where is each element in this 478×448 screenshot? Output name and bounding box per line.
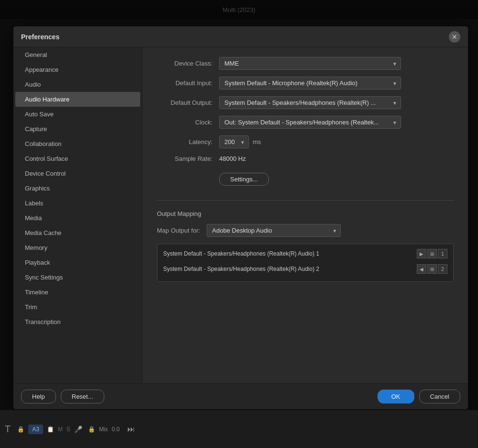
- s-label: S: [67, 426, 70, 433]
- sidebar-item-transcription[interactable]: Transcription: [15, 314, 140, 329]
- sidebar-item-control-surface[interactable]: Control Surface: [15, 151, 140, 166]
- clip-icon: 📋: [47, 426, 54, 433]
- settings-button[interactable]: Settings...: [219, 173, 269, 186]
- default-output-select-wrapper: System Default - Speakers/Headphones (Re…: [219, 96, 401, 109]
- sample-rate-row: Sample Rate: 48000 Hz: [157, 155, 454, 162]
- output-item-number: 2: [438, 264, 447, 274]
- clock-row: Clock: Out: System Default - Speakers/He…: [157, 116, 454, 129]
- sample-rate-label: Sample Rate:: [157, 155, 219, 162]
- lock-icon-1: 🔒: [17, 426, 24, 433]
- m-label: M: [58, 426, 63, 433]
- sidebar-item-capture[interactable]: Capture: [15, 122, 140, 136]
- output-mapping-section: Output Mapping Map Output for: Adobe Des…: [157, 210, 454, 282]
- help-button[interactable]: Help: [21, 390, 56, 403]
- skip-icon[interactable]: ⏭: [127, 425, 135, 434]
- default-input-label: Default Input:: [157, 79, 219, 87]
- output-item-label: System Default - Speakers/Headphones (Re…: [163, 250, 319, 257]
- map-output-row: Map Output for: Adobe Desktop Audio ▼: [157, 224, 454, 237]
- sidebar-item-general[interactable]: General: [15, 47, 140, 62]
- dialog-titlebar: Preferences ✕: [13, 26, 468, 47]
- default-input-select-wrapper: System Default - Microphone (Realtek(R) …: [219, 77, 401, 90]
- footer-right: OK Cancel: [378, 390, 460, 403]
- section-divider: [157, 200, 454, 201]
- sidebar-item-appearance[interactable]: Appearance: [15, 62, 140, 77]
- dialog-title: Preferences: [21, 33, 59, 41]
- sidebar-item-audio-hardware[interactable]: Audio Hardware: [15, 92, 140, 107]
- sidebar-item-memory[interactable]: Memory: [15, 240, 140, 255]
- output-mapping-title: Output Mapping: [157, 210, 454, 217]
- map-output-select-wrapper: Adobe Desktop Audio ▼: [207, 224, 341, 237]
- clock-label: Clock:: [157, 119, 219, 126]
- output-item-label: System Default - Speakers/Headphones (Re…: [163, 266, 319, 272]
- default-output-select[interactable]: System Default - Speakers/Headphones (Re…: [219, 96, 401, 109]
- dialog-footer: Help Reset... OK Cancel: [13, 383, 468, 409]
- sidebar-item-playback[interactable]: Playback: [15, 255, 140, 270]
- latency-select-wrapper: 20010050400800 ▼: [219, 135, 249, 148]
- output-item-number: 1: [438, 249, 447, 258]
- map-output-select[interactable]: Adobe Desktop Audio: [207, 224, 341, 237]
- output-speaker-button[interactable]: ⊞: [427, 264, 437, 274]
- output-item-controls: ▶⊞1: [417, 249, 447, 258]
- dialog-body: GeneralAppearanceAudioAudio HardwareAuto…: [13, 47, 468, 383]
- default-output-row: Default Output: System Default - Speaker…: [157, 96, 454, 109]
- cancel-button[interactable]: Cancel: [419, 390, 460, 403]
- clock-select-wrapper: Out: System Default - Speakers/Headphone…: [219, 116, 401, 129]
- reset-button[interactable]: Reset...: [61, 390, 104, 403]
- sidebar-item-auto-save[interactable]: Auto Save: [15, 107, 140, 122]
- output-list-item: System Default - Speakers/Headphones (Re…: [157, 246, 453, 261]
- sidebar: GeneralAppearanceAudioAudio HardwareAuto…: [13, 47, 143, 383]
- device-class-row: Device Class: MMEWASAPIASIO ▼: [157, 57, 454, 70]
- lock-icon-2: 🔒: [88, 426, 95, 433]
- default-input-row: Default Input: System Default - Micropho…: [157, 77, 454, 90]
- output-list: System Default - Speakers/Headphones (Re…: [157, 244, 454, 282]
- output-play-button[interactable]: ▶: [417, 249, 426, 258]
- output-play-button[interactable]: ◀: [417, 264, 426, 274]
- main-content: Device Class: MMEWASAPIASIO ▼ Default In…: [143, 47, 468, 383]
- latency-label: Latency:: [157, 138, 219, 146]
- output-speaker-button[interactable]: ⊞: [427, 249, 437, 258]
- sidebar-item-graphics[interactable]: Graphics: [15, 181, 140, 196]
- footer-left: Help Reset...: [21, 390, 104, 403]
- default-output-label: Default Output:: [157, 99, 219, 106]
- preferences-dialog: Preferences ✕ GeneralAppearanceAudioAudi…: [13, 26, 468, 409]
- latency-row: Latency: 20010050400800 ▼ ms: [157, 135, 454, 148]
- ok-button[interactable]: OK: [378, 390, 414, 403]
- sidebar-item-timeline[interactable]: Timeline: [15, 285, 140, 300]
- track-a3-label[interactable]: A3: [28, 425, 43, 434]
- text-tool-icon: T: [5, 424, 11, 435]
- close-button[interactable]: ✕: [449, 31, 460, 43]
- clock-select[interactable]: Out: System Default - Speakers/Headphone…: [219, 116, 401, 129]
- map-output-label: Map Output for:: [157, 227, 200, 234]
- device-class-label: Device Class:: [157, 60, 219, 67]
- sidebar-item-collaboration[interactable]: Collaboration: [15, 136, 140, 151]
- mix-label: Mix: [99, 426, 108, 433]
- sample-rate-value: 48000 Hz: [219, 155, 246, 162]
- mix-value: 0.0: [112, 426, 120, 433]
- device-class-select[interactable]: MMEWASAPIASIO: [219, 57, 401, 70]
- sidebar-item-media[interactable]: Media: [15, 211, 140, 225]
- latency-suffix: ms: [253, 138, 261, 146]
- sidebar-item-labels[interactable]: Labels: [15, 196, 140, 211]
- latency-select[interactable]: 20010050400800: [219, 135, 249, 148]
- output-item-controls: ◀⊞2: [417, 264, 447, 274]
- device-class-select-wrapper: MMEWASAPIASIO ▼: [219, 57, 401, 70]
- sidebar-item-trim[interactable]: Trim: [15, 300, 140, 314]
- mic-icon: 🎤: [74, 426, 82, 433]
- latency-controls: 20010050400800 ▼ ms: [219, 135, 261, 148]
- output-list-item: System Default - Speakers/Headphones (Re…: [157, 261, 453, 277]
- sidebar-item-sync-settings[interactable]: Sync Settings: [15, 270, 140, 285]
- default-input-select[interactable]: System Default - Microphone (Realtek(R) …: [219, 77, 401, 90]
- sidebar-item-audio[interactable]: Audio: [15, 77, 140, 92]
- sidebar-item-device-control[interactable]: Device Control: [15, 166, 140, 181]
- bottom-timeline-bar: T 🔒 A3 📋 M S 🎤 🔒 Mix 0.0 ⏭: [0, 410, 478, 448]
- sidebar-item-media-cache[interactable]: Media Cache: [15, 225, 140, 240]
